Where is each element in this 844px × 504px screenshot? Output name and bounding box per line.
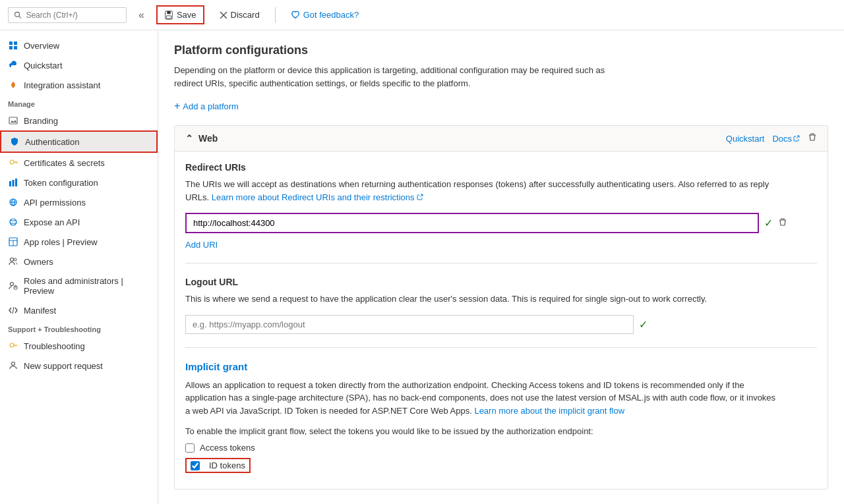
add-uri-link[interactable]: Add URI xyxy=(185,240,218,250)
feedback-button[interactable]: Got feedback? xyxy=(284,6,367,24)
web-delete-button[interactable] xyxy=(808,132,817,144)
redirect-uris-learn-more-link[interactable]: Learn more about Redirect URIs and their… xyxy=(212,192,423,202)
person-lock-icon xyxy=(8,281,18,291)
sidebar-item-integration[interactable]: Integration assistant xyxy=(0,75,158,95)
svg-point-26 xyxy=(11,258,14,262)
sidebar-label-token-config: Token configuration xyxy=(24,178,98,188)
sidebar-item-owners[interactable]: Owners xyxy=(0,252,158,271)
search-icon xyxy=(14,11,22,20)
search-box[interactable] xyxy=(8,7,127,23)
sidebar-label-quickstart: Quickstart xyxy=(24,61,63,70)
sidebar-item-api-permissions[interactable]: API permissions xyxy=(0,192,158,212)
logout-url-title: Logout URL xyxy=(185,277,817,287)
sidebar-item-certificates[interactable]: Certificates & secrets xyxy=(0,153,158,173)
implicit-learn-more-link[interactable]: Learn more about the implicit grant flow xyxy=(474,406,624,416)
svg-point-35 xyxy=(12,362,15,366)
save-icon xyxy=(164,11,173,20)
web-section-body: Redirect URIs The URIs we will accept as… xyxy=(175,152,828,489)
section-divider-1 xyxy=(185,263,817,264)
id-tokens-checkbox-row: ID tokens xyxy=(185,458,251,473)
manage-section-label: Manage xyxy=(0,95,158,111)
shield-icon xyxy=(9,136,20,147)
sidebar-item-quickstart[interactable]: Quickstart xyxy=(0,55,158,75)
section-divider-2 xyxy=(185,347,817,348)
redirect-uris-section: Redirect URIs The URIs we will accept as… xyxy=(185,162,817,250)
uri-check-icon: ✓ xyxy=(764,217,773,229)
sidebar-item-token-config[interactable]: Token configuration xyxy=(0,173,158,192)
svg-point-12 xyxy=(10,160,14,164)
sidebar-label-owners: Owners xyxy=(24,257,53,267)
close-icon xyxy=(220,11,227,19)
heart-icon xyxy=(291,11,300,20)
main-layout: Overview Quickstart Integration assistan… xyxy=(0,30,844,504)
page-title: Platform configurations xyxy=(174,43,828,57)
plus-icon: + xyxy=(174,100,180,112)
sidebar-label-app-roles: App roles | Preview xyxy=(24,237,98,247)
id-tokens-checkbox[interactable] xyxy=(191,461,200,470)
svg-rect-16 xyxy=(9,181,11,186)
sidebar-item-authentication[interactable]: Authentication xyxy=(0,130,158,153)
discard-label: Discard xyxy=(231,10,260,20)
sidebar-label-manifest: Manifest xyxy=(24,306,56,316)
image-icon xyxy=(8,115,18,126)
sidebar-item-new-support[interactable]: New support request xyxy=(0,356,158,376)
web-title-text: Web xyxy=(198,133,218,144)
web-docs-link[interactable]: Docs xyxy=(772,134,800,144)
sidebar-item-manifest[interactable]: Manifest xyxy=(0,300,158,320)
svg-rect-3 xyxy=(167,11,170,13)
key2-icon xyxy=(8,341,18,351)
support-section-label: Support + Troubleshooting xyxy=(0,320,158,336)
sidebar-label-roles-admin: Roles and administrators | Preview xyxy=(24,276,150,296)
redirect-uris-learn-more-text: Learn more about Redirect URIs and their… xyxy=(212,192,415,202)
web-quickstart-link[interactable]: Quickstart xyxy=(726,134,765,144)
page-description: Depending on the platform or device this… xyxy=(174,64,636,90)
logout-url-desc: This is where we send a request to have … xyxy=(185,293,779,306)
implicit-grant-section: Implicit grant Allows an application to … xyxy=(185,361,817,479)
svg-rect-9 xyxy=(9,46,13,49)
bar-chart-icon xyxy=(8,177,18,188)
uri-delete-button[interactable] xyxy=(778,217,787,229)
api-icon xyxy=(8,197,18,208)
logout-url-input-row: ✓ xyxy=(185,315,817,334)
table-icon xyxy=(8,237,18,247)
sidebar-item-roles-admin[interactable]: Roles and administrators | Preview xyxy=(0,271,158,300)
svg-rect-18 xyxy=(15,179,17,186)
implicit-grant-desc: Allows an application to request a token… xyxy=(185,379,779,418)
search-input[interactable] xyxy=(26,11,121,20)
sidebar-item-app-roles[interactable]: App roles | Preview xyxy=(0,232,158,252)
discard-button[interactable]: Discard xyxy=(212,6,267,24)
add-platform-button[interactable]: + Add a platform xyxy=(174,100,828,112)
svg-rect-4 xyxy=(166,15,171,18)
web-section-header: ⌃ Web Quickstart Docs xyxy=(175,126,828,152)
sidebar-item-troubleshooting[interactable]: Troubleshooting xyxy=(0,336,158,356)
quickstart-link-text: Quickstart xyxy=(726,134,765,144)
people-icon xyxy=(8,256,18,267)
svg-rect-8 xyxy=(14,42,17,45)
svg-point-27 xyxy=(14,258,16,261)
svg-point-32 xyxy=(10,343,14,347)
collapse-sidebar-button[interactable]: « xyxy=(135,8,148,22)
sidebar-label-branding: Branding xyxy=(24,116,58,126)
person2-icon xyxy=(8,360,18,371)
implicit-enable-text: To enable the implicit grant flow, selec… xyxy=(185,426,817,436)
sidebar-item-expose-api[interactable]: Expose an API xyxy=(0,212,158,232)
access-tokens-checkbox-row: Access tokens xyxy=(185,443,817,453)
logout-url-input[interactable] xyxy=(185,315,634,334)
sidebar-item-overview[interactable]: Overview xyxy=(0,36,158,55)
toolbar-separator xyxy=(275,7,276,23)
web-section-card: ⌃ Web Quickstart Docs xyxy=(174,125,828,490)
globe-icon xyxy=(8,217,18,227)
access-tokens-checkbox[interactable] xyxy=(185,443,195,453)
sidebar-label-troubleshooting: Troubleshooting xyxy=(24,341,85,351)
chevron-up-icon[interactable]: ⌃ xyxy=(185,133,193,144)
svg-line-31 xyxy=(13,307,14,314)
redirect-uri-input[interactable] xyxy=(185,213,759,233)
uri-input-row: ✓ xyxy=(185,213,817,233)
sidebar-item-branding[interactable]: Branding xyxy=(0,111,158,130)
web-section-actions: Quickstart Docs xyxy=(726,132,817,144)
save-button[interactable]: Save xyxy=(156,5,204,24)
redirect-uris-desc: The URIs we will accept as destinations … xyxy=(185,178,779,204)
svg-rect-17 xyxy=(13,180,15,186)
logout-check-icon: ✓ xyxy=(639,318,648,331)
sidebar: Overview Quickstart Integration assistan… xyxy=(0,30,158,504)
